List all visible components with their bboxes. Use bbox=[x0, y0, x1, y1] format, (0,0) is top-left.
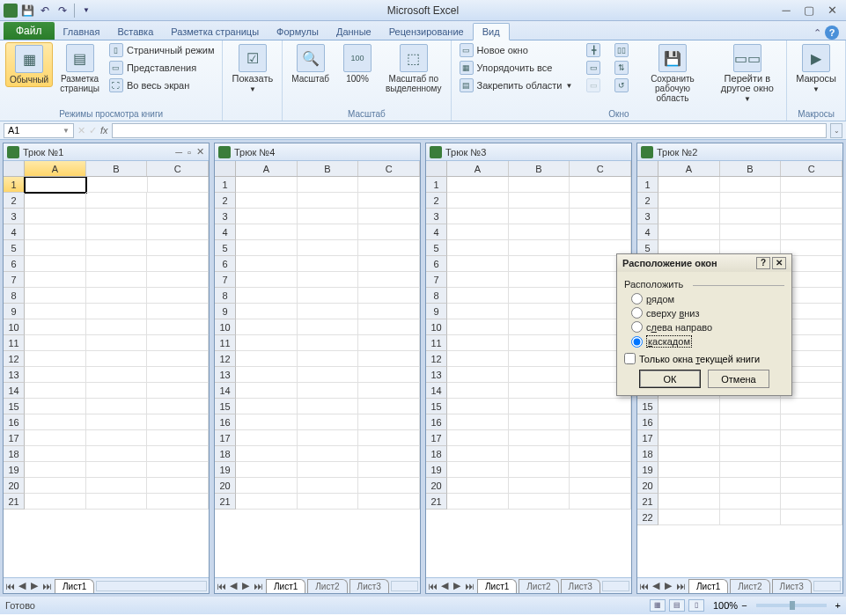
cell[interactable] bbox=[720, 446, 782, 462]
radio-horizontal[interactable]: сверху вниз bbox=[631, 307, 784, 319]
cell[interactable] bbox=[509, 462, 570, 478]
row-header[interactable]: 20 bbox=[4, 478, 25, 494]
arrange-all-button[interactable]: ▦Упорядочить все bbox=[457, 60, 576, 76]
checkbox-current-book-input[interactable] bbox=[624, 353, 636, 364]
cell[interactable] bbox=[25, 224, 86, 240]
cell[interactable] bbox=[86, 367, 148, 383]
cell[interactable] bbox=[447, 478, 509, 494]
cell[interactable] bbox=[447, 177, 509, 193]
cell[interactable] bbox=[86, 272, 148, 288]
help-icon[interactable]: ? bbox=[825, 26, 839, 40]
cell[interactable] bbox=[236, 399, 298, 414]
row-header[interactable]: 11 bbox=[426, 335, 447, 351]
cell[interactable] bbox=[148, 177, 209, 193]
cell[interactable] bbox=[358, 209, 420, 224]
cell[interactable] bbox=[86, 351, 148, 367]
cell[interactable] bbox=[509, 414, 570, 430]
cell[interactable] bbox=[236, 430, 298, 446]
pane-titlebar[interactable]: Трюк №2 bbox=[637, 143, 842, 161]
cell[interactable] bbox=[358, 256, 420, 272]
cell[interactable] bbox=[358, 240, 420, 256]
zoom-thumb[interactable] bbox=[790, 601, 795, 610]
cell[interactable] bbox=[236, 383, 298, 399]
sheet-tab[interactable]: Лист1 bbox=[477, 579, 517, 593]
cell[interactable] bbox=[358, 319, 420, 335]
cell[interactable] bbox=[298, 478, 359, 494]
sheet-tab[interactable]: Лист2 bbox=[519, 579, 558, 593]
cell[interactable] bbox=[25, 446, 86, 462]
prev-sheet-button[interactable]: ◀ bbox=[16, 580, 28, 591]
cell[interactable] bbox=[86, 446, 148, 462]
row-header[interactable]: 4 bbox=[637, 224, 658, 240]
checkbox-current-book[interactable]: Только окна текущей книги bbox=[624, 353, 784, 364]
cell[interactable] bbox=[25, 304, 86, 319]
row-header[interactable]: 5 bbox=[215, 240, 236, 256]
cell[interactable] bbox=[147, 399, 209, 414]
cell[interactable] bbox=[147, 383, 209, 399]
cell[interactable] bbox=[86, 177, 147, 193]
cell[interactable] bbox=[147, 462, 209, 478]
row-header[interactable]: 8 bbox=[426, 288, 447, 304]
cell[interactable] bbox=[147, 304, 209, 319]
ok-button[interactable]: ОК bbox=[639, 370, 701, 388]
row-header[interactable]: 14 bbox=[426, 383, 447, 399]
cell[interactable] bbox=[298, 319, 359, 335]
cell[interactable] bbox=[781, 494, 842, 510]
column-header[interactable]: A bbox=[447, 161, 509, 176]
cell[interactable] bbox=[236, 367, 298, 383]
last-sheet-button[interactable]: ⏭ bbox=[252, 581, 264, 591]
cell[interactable] bbox=[509, 272, 570, 288]
cell[interactable] bbox=[86, 399, 148, 414]
macros-button[interactable]: ▶Макросы▼ bbox=[792, 42, 840, 96]
row-header[interactable]: 18 bbox=[637, 446, 658, 462]
cell[interactable] bbox=[25, 272, 86, 288]
cell[interactable] bbox=[509, 399, 570, 414]
cell[interactable] bbox=[358, 494, 420, 510]
cell[interactable] bbox=[358, 304, 420, 319]
cell[interactable] bbox=[781, 510, 842, 525]
cell[interactable] bbox=[25, 240, 86, 256]
tab-data[interactable]: Данные bbox=[327, 24, 380, 40]
radio-cascade[interactable]: каскадом bbox=[631, 335, 784, 348]
cell[interactable] bbox=[25, 478, 86, 494]
row-header[interactable]: 16 bbox=[215, 414, 236, 430]
tab-formulas[interactable]: Формулы bbox=[268, 24, 327, 40]
cell[interactable] bbox=[298, 193, 359, 209]
cell[interactable] bbox=[720, 177, 782, 193]
freeze-panes-button[interactable]: ▤Закрепить области ▼ bbox=[457, 77, 576, 93]
cell[interactable] bbox=[147, 319, 209, 335]
cell[interactable] bbox=[236, 414, 298, 430]
cell[interactable] bbox=[86, 335, 148, 351]
row-header[interactable]: 18 bbox=[426, 446, 447, 462]
cell[interactable] bbox=[447, 256, 509, 272]
cell[interactable] bbox=[25, 335, 86, 351]
cell[interactable] bbox=[86, 224, 148, 240]
cell[interactable] bbox=[570, 209, 631, 224]
row-header[interactable]: 19 bbox=[637, 462, 658, 478]
file-tab[interactable]: Файл bbox=[4, 22, 55, 40]
cell[interactable] bbox=[298, 399, 359, 414]
zoom-in-button[interactable]: + bbox=[835, 600, 841, 611]
cell[interactable] bbox=[570, 430, 631, 446]
prev-sheet-button[interactable]: ◀ bbox=[438, 580, 451, 591]
row-header[interactable]: 7 bbox=[426, 272, 447, 288]
cell[interactable] bbox=[447, 319, 509, 335]
cell[interactable] bbox=[570, 224, 631, 240]
row-header[interactable]: 12 bbox=[4, 351, 25, 367]
cell[interactable] bbox=[298, 272, 359, 288]
cell[interactable] bbox=[358, 383, 420, 399]
select-all-corner[interactable] bbox=[637, 161, 658, 177]
select-all-corner[interactable] bbox=[426, 161, 447, 177]
cell[interactable] bbox=[86, 193, 148, 209]
first-sheet-button[interactable]: ⏮ bbox=[637, 581, 650, 591]
row-header[interactable]: 7 bbox=[4, 272, 25, 288]
cell[interactable] bbox=[720, 494, 782, 510]
cell[interactable] bbox=[25, 351, 86, 367]
cell[interactable] bbox=[658, 462, 720, 478]
cell[interactable] bbox=[147, 272, 209, 288]
cell[interactable] bbox=[509, 335, 570, 351]
cell[interactable] bbox=[447, 304, 509, 319]
row-header[interactable]: 5 bbox=[4, 240, 25, 256]
cell[interactable] bbox=[658, 414, 720, 430]
cell[interactable] bbox=[236, 193, 298, 209]
